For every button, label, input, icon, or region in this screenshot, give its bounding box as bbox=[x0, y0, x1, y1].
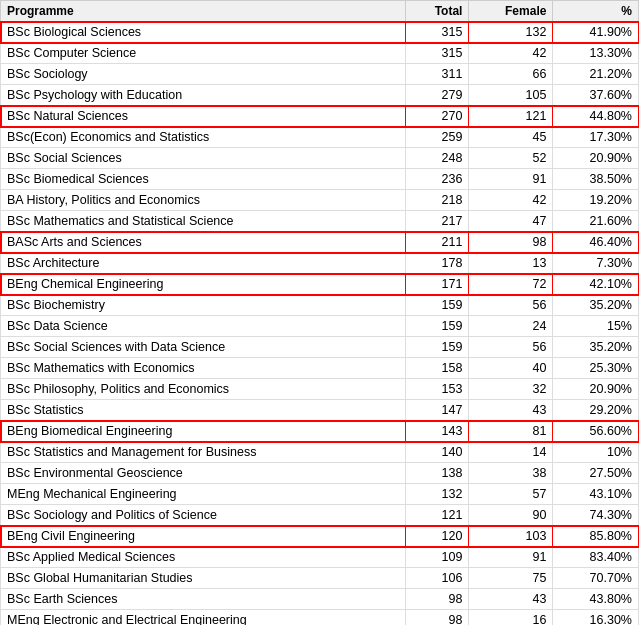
programme-female: 45 bbox=[469, 127, 553, 148]
programme-name: BSc Biomedical Sciences bbox=[1, 169, 406, 190]
table-row: BSc(Econ) Economics and Statistics259451… bbox=[1, 127, 639, 148]
col-header-total: Total bbox=[406, 1, 469, 22]
table-row: BSc Natural Sciences27012144.80% bbox=[1, 106, 639, 127]
programme-total: 159 bbox=[406, 295, 469, 316]
programme-name: BSc Statistics bbox=[1, 400, 406, 421]
programme-pct: 37.60% bbox=[553, 85, 639, 106]
programme-total: 217 bbox=[406, 211, 469, 232]
programme-total: 248 bbox=[406, 148, 469, 169]
programme-female: 91 bbox=[469, 169, 553, 190]
programme-pct: 21.60% bbox=[553, 211, 639, 232]
table-row: BSc Philosophy, Politics and Economics15… bbox=[1, 379, 639, 400]
programme-female: 81 bbox=[469, 421, 553, 442]
programme-total: 159 bbox=[406, 316, 469, 337]
table-row: MEng Mechanical Engineering1325743.10% bbox=[1, 484, 639, 505]
programme-female: 43 bbox=[469, 400, 553, 421]
table-row: BSc Biomedical Sciences2369138.50% bbox=[1, 169, 639, 190]
programme-name: BSc Computer Science bbox=[1, 43, 406, 64]
table-row: BSc Sociology and Politics of Science121… bbox=[1, 505, 639, 526]
programme-pct: 85.80% bbox=[553, 526, 639, 547]
table-row: BSc Biological Sciences31513241.90% bbox=[1, 22, 639, 43]
table-row: BEng Chemical Engineering1717242.10% bbox=[1, 274, 639, 295]
programme-total: 120 bbox=[406, 526, 469, 547]
table-row: BSc Mathematics and Statistical Science2… bbox=[1, 211, 639, 232]
programme-pct: 10% bbox=[553, 442, 639, 463]
programme-name: BSc Earth Sciences bbox=[1, 589, 406, 610]
programme-total: 98 bbox=[406, 610, 469, 626]
programme-total: 218 bbox=[406, 190, 469, 211]
programme-pct: 17.30% bbox=[553, 127, 639, 148]
programme-name: BSc Psychology with Education bbox=[1, 85, 406, 106]
programme-name: BSc Sociology and Politics of Science bbox=[1, 505, 406, 526]
programme-name: BSc Environmental Geoscience bbox=[1, 463, 406, 484]
programme-name: BSc Natural Sciences bbox=[1, 106, 406, 127]
programme-pct: 70.70% bbox=[553, 568, 639, 589]
programme-pct: 29.20% bbox=[553, 400, 639, 421]
programme-name: BSc Applied Medical Sciences bbox=[1, 547, 406, 568]
programme-pct: 74.30% bbox=[553, 505, 639, 526]
programme-name: BSc Mathematics and Statistical Science bbox=[1, 211, 406, 232]
programme-total: 153 bbox=[406, 379, 469, 400]
table-row: BEng Biomedical Engineering1438156.60% bbox=[1, 421, 639, 442]
programme-female: 75 bbox=[469, 568, 553, 589]
programme-total: 106 bbox=[406, 568, 469, 589]
programme-pct: 44.80% bbox=[553, 106, 639, 127]
programme-total: 315 bbox=[406, 22, 469, 43]
programme-name: BSc Architecture bbox=[1, 253, 406, 274]
programme-female: 57 bbox=[469, 484, 553, 505]
programme-pct: 41.90% bbox=[553, 22, 639, 43]
programme-pct: 20.90% bbox=[553, 148, 639, 169]
programme-total: 178 bbox=[406, 253, 469, 274]
programme-total: 138 bbox=[406, 463, 469, 484]
programme-name: MEng Electronic and Electrical Engineeri… bbox=[1, 610, 406, 626]
table-row: BSc Social Sciences2485220.90% bbox=[1, 148, 639, 169]
programme-female: 43 bbox=[469, 589, 553, 610]
programme-female: 32 bbox=[469, 379, 553, 400]
programme-female: 103 bbox=[469, 526, 553, 547]
table-row: BSc Mathematics with Economics1584025.30… bbox=[1, 358, 639, 379]
programme-female: 56 bbox=[469, 295, 553, 316]
table-row: BSc Applied Medical Sciences1099183.40% bbox=[1, 547, 639, 568]
programme-female: 42 bbox=[469, 190, 553, 211]
programme-total: 279 bbox=[406, 85, 469, 106]
programme-pct: 19.20% bbox=[553, 190, 639, 211]
programme-name: BSc Statistics and Management for Busine… bbox=[1, 442, 406, 463]
table-row: BEng Civil Engineering12010385.80% bbox=[1, 526, 639, 547]
programme-name: BEng Biomedical Engineering bbox=[1, 421, 406, 442]
table-row: MEng Electronic and Electrical Engineeri… bbox=[1, 610, 639, 626]
programme-total: 315 bbox=[406, 43, 469, 64]
programme-female: 42 bbox=[469, 43, 553, 64]
programme-female: 56 bbox=[469, 337, 553, 358]
programme-pct: 13.30% bbox=[553, 43, 639, 64]
programme-female: 90 bbox=[469, 505, 553, 526]
programme-name: BSc Mathematics with Economics bbox=[1, 358, 406, 379]
programme-name: BSc Philosophy, Politics and Economics bbox=[1, 379, 406, 400]
programme-pct: 35.20% bbox=[553, 295, 639, 316]
programme-female: 98 bbox=[469, 232, 553, 253]
programme-pct: 21.20% bbox=[553, 64, 639, 85]
table-row: BSc Data Science1592415% bbox=[1, 316, 639, 337]
programme-name: MEng Mechanical Engineering bbox=[1, 484, 406, 505]
table-row: BSc Earth Sciences984343.80% bbox=[1, 589, 639, 610]
programme-name: BA History, Politics and Economics bbox=[1, 190, 406, 211]
table-row: BSc Social Sciences with Data Science159… bbox=[1, 337, 639, 358]
programme-female: 24 bbox=[469, 316, 553, 337]
programme-pct: 15% bbox=[553, 316, 639, 337]
programme-pct: 7.30% bbox=[553, 253, 639, 274]
col-header-programme: Programme bbox=[1, 1, 406, 22]
programme-name: BSc Global Humanitarian Studies bbox=[1, 568, 406, 589]
table-row: BSc Sociology3116621.20% bbox=[1, 64, 639, 85]
programme-pct: 46.40% bbox=[553, 232, 639, 253]
programme-total: 259 bbox=[406, 127, 469, 148]
table-row: BSc Biochemistry1595635.20% bbox=[1, 295, 639, 316]
programme-pct: 38.50% bbox=[553, 169, 639, 190]
programme-total: 132 bbox=[406, 484, 469, 505]
programme-pct: 56.60% bbox=[553, 421, 639, 442]
programme-name: BASc Arts and Sciences bbox=[1, 232, 406, 253]
programme-total: 143 bbox=[406, 421, 469, 442]
programme-female: 38 bbox=[469, 463, 553, 484]
programme-pct: 83.40% bbox=[553, 547, 639, 568]
programme-female: 72 bbox=[469, 274, 553, 295]
table-row: BSc Computer Science3154213.30% bbox=[1, 43, 639, 64]
programme-female: 47 bbox=[469, 211, 553, 232]
